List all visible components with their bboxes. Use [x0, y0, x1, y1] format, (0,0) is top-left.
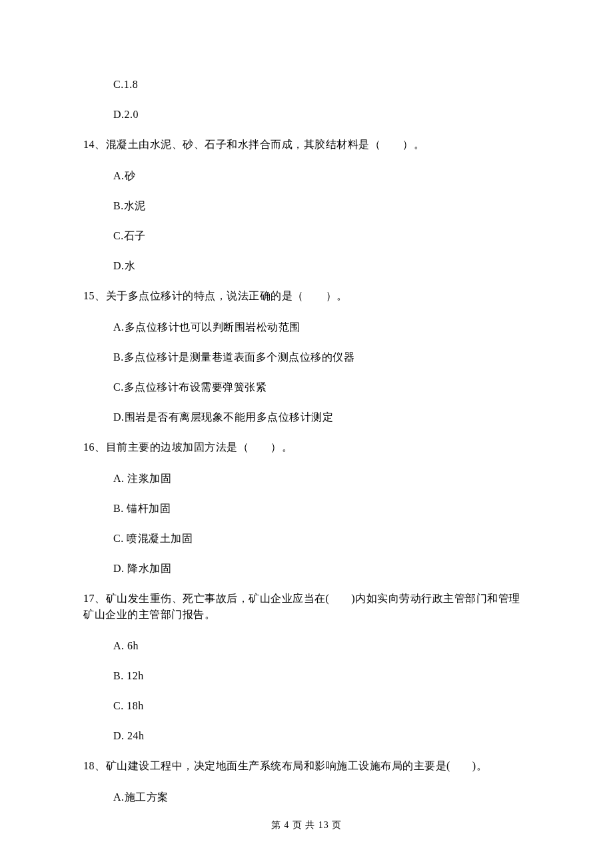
q14-text: 14、混凝土由水泥、砂、石子和水拌合而成，其胶结材料是（ ）。	[83, 137, 530, 153]
q13-option-d: D.2.0	[113, 107, 530, 123]
q16-option-a: A. 注浆加固	[113, 471, 530, 487]
page-content: C.1.8 D.2.0 14、混凝土由水泥、砂、石子和水拌合而成，其胶结材料是（…	[0, 0, 613, 805]
q14-option-c: C.石子	[113, 228, 530, 244]
q16-option-d: D. 降水加固	[113, 561, 530, 577]
q18-option-a: A.施工方案	[113, 789, 530, 805]
q15-option-a: A.多点位移计也可以判断围岩松动范围	[113, 319, 530, 335]
q15-option-b: B.多点位移计是测量巷道表面多个测点位移的仪器	[113, 349, 530, 365]
q17-text: 17、矿山发生重伤、死亡事故后，矿山企业应当在( )内如实向劳动行政主管部门和管…	[83, 591, 530, 623]
q14-option-a: A.砂	[113, 168, 530, 184]
q17-option-c: C. 18h	[113, 698, 530, 714]
q14-option-d: D.水	[113, 258, 530, 274]
q15-text: 15、关于多点位移计的特点，说法正确的是（ ）。	[83, 288, 530, 304]
q14-option-b: B.水泥	[113, 198, 530, 214]
page-footer: 第 4 页 共 13 页	[0, 818, 613, 832]
q16-text: 16、目前主要的边坡加固方法是（ ）。	[83, 439, 530, 455]
q15-option-c: C.多点位移计布设需要弹簧张紧	[113, 379, 530, 395]
q17-option-d: D. 24h	[113, 728, 530, 744]
q17-option-a: A. 6h	[113, 638, 530, 654]
q13-option-c: C.1.8	[113, 77, 530, 93]
q15-option-d: D.围岩是否有离层现象不能用多点位移计测定	[113, 409, 530, 425]
q18-text: 18、矿山建设工程中，决定地面生产系统布局和影响施工设施布局的主要是( )。	[83, 758, 530, 774]
q16-option-c: C. 喷混凝土加固	[113, 531, 530, 547]
q16-option-b: B. 锚杆加固	[113, 501, 530, 517]
q17-option-b: B. 12h	[113, 668, 530, 684]
